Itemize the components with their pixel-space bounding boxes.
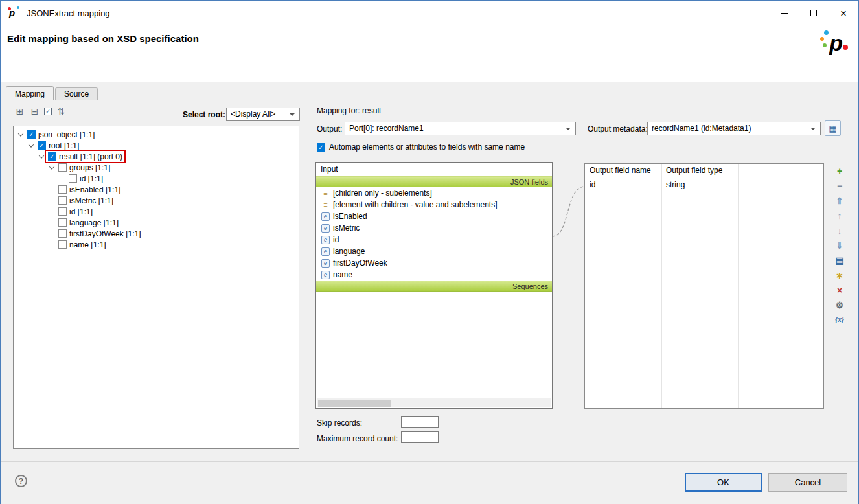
tree-item-label: groups [1:1] bbox=[69, 163, 110, 172]
tree-item[interactable]: isEnabled [1:1] bbox=[14, 184, 299, 195]
move-up-icon[interactable]: ↑ bbox=[832, 209, 847, 222]
settings-icon[interactable]: ⚙ bbox=[832, 298, 847, 312]
tab-source[interactable]: Source bbox=[55, 87, 98, 100]
tree-item[interactable]: ✓root [1:1] bbox=[14, 140, 299, 151]
output-table-body: idstring bbox=[585, 178, 823, 191]
input-field-item[interactable]: efirstDayOfWeek bbox=[316, 257, 552, 269]
skip-records-input[interactable] bbox=[401, 416, 439, 428]
tree-checkbox[interactable] bbox=[58, 207, 67, 216]
input-field-item[interactable]: eisEnabled bbox=[316, 211, 552, 222]
input-field-item[interactable]: ≡[children only - subelements] bbox=[316, 187, 552, 199]
brand-logo-glyph: p bbox=[829, 30, 843, 56]
tree-item-label: language [1:1] bbox=[69, 218, 119, 227]
edit-record-icon[interactable]: ▤ bbox=[832, 253, 847, 267]
collapse-all-icon[interactable]: ⊟ bbox=[29, 106, 40, 117]
tree-row-inner: isEnabled [1:1] bbox=[56, 184, 122, 195]
element-icon: e bbox=[321, 259, 330, 268]
tree-item-label: name [1:1] bbox=[69, 240, 106, 249]
tree-checkbox[interactable]: ✓ bbox=[48, 152, 56, 161]
tree-item[interactable]: ✓result [1:1] (port 0) bbox=[14, 151, 299, 162]
select-root-value: <Display All> bbox=[231, 109, 275, 119]
brand-logo: p bbox=[818, 27, 848, 60]
input-panel-header: Input bbox=[316, 163, 552, 176]
tree-checkbox[interactable] bbox=[58, 196, 67, 205]
close-button[interactable]: × bbox=[829, 1, 858, 25]
tree-item[interactable]: name [1:1] bbox=[14, 239, 299, 250]
input-field-item[interactable]: ename bbox=[316, 269, 552, 281]
tree-checkbox[interactable] bbox=[58, 229, 67, 238]
tree-checkbox[interactable] bbox=[58, 218, 67, 227]
output-column-header[interactable]: Output field type bbox=[661, 164, 738, 178]
mapping-for-label: Mapping for: result bbox=[317, 106, 381, 115]
input-field-label: [children only - subelements] bbox=[333, 189, 432, 198]
tree-row-inner: language [1:1] bbox=[56, 217, 120, 228]
tree-checkbox[interactable] bbox=[69, 174, 77, 183]
tree-item[interactable]: language [1:1] bbox=[14, 217, 299, 228]
tree-item[interactable]: groups [1:1] bbox=[14, 162, 299, 173]
automap-icon[interactable]: ∗ bbox=[832, 268, 847, 282]
tree-checkbox[interactable] bbox=[58, 240, 67, 249]
output-port-dropdown[interactable]: Port[0]: recordName1 bbox=[345, 122, 576, 135]
tree-item[interactable]: id [1:1] bbox=[14, 173, 299, 184]
input-field-label: isMetric bbox=[333, 223, 360, 233]
add-field-icon[interactable]: + bbox=[832, 164, 847, 178]
table-cell: id bbox=[585, 178, 661, 191]
output-table-header: Output field nameOutput field type bbox=[585, 164, 823, 178]
output-metadata-label: Output metadata: bbox=[588, 124, 648, 133]
remove-field-icon[interactable]: − bbox=[832, 179, 847, 192]
output-column-header[interactable]: Output field name bbox=[585, 164, 661, 178]
scrollbar-thumb[interactable] bbox=[318, 400, 391, 407]
caret-icon[interactable] bbox=[47, 166, 56, 170]
tree-checkbox[interactable] bbox=[58, 185, 67, 194]
output-metadata-dropdown[interactable]: recordName1 (id:Metadata1) bbox=[647, 122, 821, 135]
table-row[interactable]: idstring bbox=[585, 178, 823, 191]
tree-toolbar: ⊞ ⊟ ✓ ⇅ bbox=[14, 106, 67, 117]
dialog-footer: ? OK Cancel bbox=[1, 461, 858, 504]
caret-icon[interactable] bbox=[16, 133, 25, 137]
move-down-icon[interactable]: ↓ bbox=[832, 223, 847, 237]
tree-checkbox[interactable]: ✓ bbox=[38, 141, 46, 150]
input-field-label: firstDayOfWeek bbox=[333, 258, 387, 268]
cancel-button[interactable]: Cancel bbox=[768, 473, 847, 492]
maximize-button[interactable] bbox=[799, 1, 829, 25]
logo-dot-blue bbox=[824, 30, 829, 35]
edit-metadata-button[interactable]: ▦ bbox=[825, 120, 841, 136]
maximize-icon bbox=[810, 10, 817, 16]
move-bottom-icon[interactable]: ⇓ bbox=[832, 238, 847, 252]
caret-icon[interactable] bbox=[27, 144, 36, 148]
tree-checkbox[interactable]: ✓ bbox=[27, 130, 36, 139]
mapping-tree[interactable]: ✓json_object [1:1]✓root [1:1]✓result [1:… bbox=[13, 126, 299, 449]
expression-icon[interactable]: {x} bbox=[832, 313, 847, 326]
clear-mapping-icon[interactable]: × bbox=[832, 283, 847, 297]
expand-all-icon[interactable]: ⊞ bbox=[14, 106, 25, 117]
column-divider bbox=[738, 164, 739, 408]
tree-item[interactable]: id [1:1] bbox=[14, 206, 299, 217]
table-cell: string bbox=[661, 178, 738, 191]
max-record-count-input[interactable] bbox=[401, 431, 439, 443]
tree-order-icon[interactable]: ⇅ bbox=[56, 106, 67, 117]
tree-checkbox[interactable] bbox=[58, 163, 67, 172]
element-icon: e bbox=[321, 212, 330, 221]
caret-icon[interactable] bbox=[37, 155, 46, 159]
logo-dot-orange bbox=[820, 37, 824, 41]
tree-item[interactable]: firstDayOfWeek [1:1] bbox=[14, 228, 299, 239]
automap-checkbox[interactable]: ✓ bbox=[317, 143, 325, 152]
ok-button[interactable]: OK bbox=[685, 473, 762, 492]
select-root-dropdown[interactable]: <Display All> bbox=[226, 108, 300, 121]
app-icon-dot-red bbox=[8, 7, 11, 10]
input-field-item[interactable]: eid bbox=[316, 234, 552, 246]
app-icon-dot-blue bbox=[17, 6, 19, 9]
minimize-button[interactable] bbox=[769, 1, 799, 25]
tab-mapping[interactable]: Mapping bbox=[6, 86, 54, 100]
input-field-item[interactable]: eisMetric bbox=[316, 222, 552, 234]
move-top-icon[interactable]: ⇑ bbox=[832, 194, 847, 207]
check-all-icon[interactable]: ✓ bbox=[44, 108, 52, 115]
help-button[interactable]: ? bbox=[15, 475, 27, 487]
output-label: Output: bbox=[317, 124, 342, 133]
tree-item[interactable]: isMetric [1:1] bbox=[14, 195, 299, 206]
tree-item[interactable]: ✓json_object [1:1] bbox=[14, 129, 299, 140]
input-field-item[interactable]: elanguage bbox=[316, 246, 552, 257]
horizontal-scrollbar[interactable] bbox=[317, 398, 551, 407]
max-record-count-label: Maximum record count: bbox=[317, 434, 398, 443]
input-field-item[interactable]: ≡[element with children - value and sube… bbox=[316, 199, 552, 211]
